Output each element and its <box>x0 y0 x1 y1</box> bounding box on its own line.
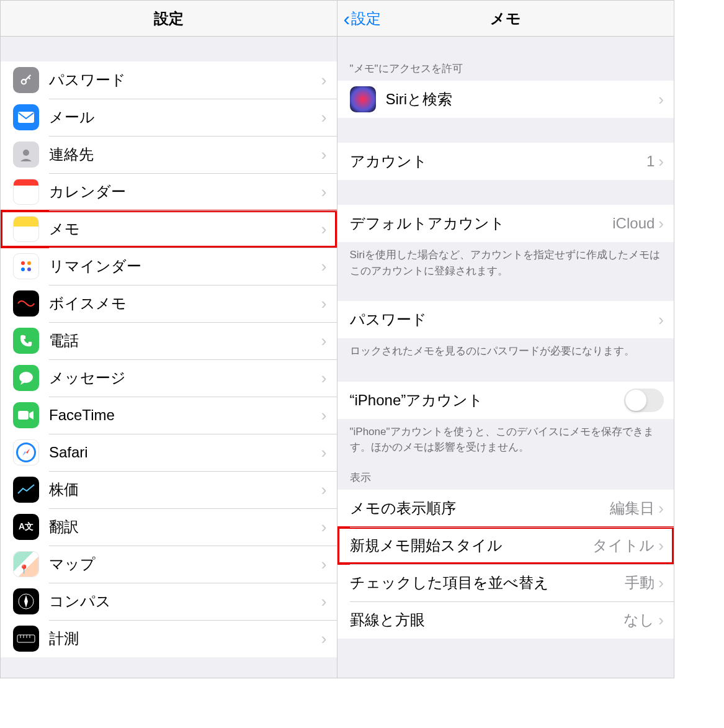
footer-iphone-account: "iPhone"アカウントを使うと、このデバイスにメモを保存できます。ほかのメモ… <box>337 419 674 461</box>
row-label: リマインダー <box>49 256 321 276</box>
chevron-right-icon: › <box>321 72 327 88</box>
chevron-left-icon: ‹ <box>344 9 351 29</box>
footer-default-account: Siriを使用した場合など、アカウントを指定せずに作成したメモはこのアカウントに… <box>337 242 674 284</box>
row-label: 電話 <box>49 331 321 351</box>
row-facetime[interactable]: FaceTime › <box>1 397 337 434</box>
row-label: コンパス <box>49 591 321 611</box>
row-passwords[interactable]: パスワード › <box>1 61 337 99</box>
row-label: パスワード <box>49 70 321 90</box>
row-label: 連絡先 <box>49 145 321 164</box>
key-icon <box>13 67 39 93</box>
chevron-right-icon: › <box>321 593 327 609</box>
svg-point-0 <box>22 79 26 84</box>
siri-icon <box>350 86 376 112</box>
translate-icon: A文 <box>13 514 39 540</box>
row-sort-order[interactable]: メモの表示順序 編集日 › <box>337 490 674 527</box>
row-siri-search[interactable]: Siriと検索 › <box>337 81 674 118</box>
chevron-right-icon: › <box>321 407 327 423</box>
row-accounts[interactable]: アカウント 1 › <box>337 143 674 180</box>
chevron-right-icon: › <box>321 146 327 163</box>
facetime-icon <box>13 402 39 428</box>
row-value: 手動 <box>625 573 655 593</box>
chevron-right-icon: › <box>658 215 664 231</box>
mail-icon <box>13 104 39 130</box>
chevron-right-icon: › <box>321 221 327 237</box>
row-reminders[interactable]: リマインダー › <box>1 248 337 285</box>
contacts-icon <box>13 142 39 168</box>
svg-rect-8 <box>17 635 35 642</box>
row-compass[interactable]: コンパス › <box>1 583 337 620</box>
row-label: パスワード <box>350 310 659 330</box>
back-button[interactable]: ‹ 設定 <box>344 9 382 29</box>
row-checked-items[interactable]: チェックした項目を並べ替え 手動 › <box>337 564 674 601</box>
row-stocks[interactable]: 株価 › <box>1 471 337 508</box>
row-label: カレンダー <box>49 182 321 202</box>
settings-title: 設定 <box>154 9 184 29</box>
messages-icon <box>13 365 39 391</box>
back-label: 設定 <box>351 9 381 29</box>
chevron-right-icon: › <box>658 612 664 628</box>
footer-password: ロックされたメモを見るのにパスワードが必要になります。 <box>337 338 674 364</box>
row-contacts[interactable]: 連絡先 › <box>1 136 337 173</box>
reminders-icon <box>13 253 39 279</box>
group-header-display: 表示 <box>337 461 674 490</box>
chevron-right-icon: › <box>658 312 664 328</box>
row-value: 編集日 <box>610 498 655 518</box>
row-label: Siriと検索 <box>386 89 659 109</box>
row-label: チェックした項目を並べ替え <box>350 573 625 593</box>
settings-header: 設定 <box>1 1 337 37</box>
chevron-right-icon: › <box>321 295 327 312</box>
chevron-right-icon: › <box>658 575 664 591</box>
row-new-note-style[interactable]: 新規メモ開始スタイル タイトル › <box>337 527 674 564</box>
row-value: iCloud <box>612 215 655 232</box>
row-label: FaceTime <box>49 407 321 424</box>
chevron-right-icon: › <box>321 482 327 498</box>
row-maps[interactable]: 📍 マップ › <box>1 546 337 583</box>
row-label: 新規メモ開始スタイル <box>350 536 593 555</box>
row-label: ボイスメモ <box>49 294 321 313</box>
svg-point-3 <box>19 372 33 383</box>
group-header-allow: "メモ"にアクセスを許可 <box>337 37 674 81</box>
row-notes[interactable]: メモ › <box>1 210 337 248</box>
row-label: 計測 <box>49 629 321 649</box>
row-translate[interactable]: A文 翻訳 › <box>1 508 337 546</box>
row-label: 株価 <box>49 480 321 500</box>
voicememo-icon <box>13 290 39 317</box>
row-calendar[interactable]: カレンダー › <box>1 173 337 210</box>
svg-rect-1 <box>18 112 34 123</box>
chevron-right-icon: › <box>321 333 327 349</box>
row-iphone-account[interactable]: “iPhone”アカウント <box>337 382 674 419</box>
chevron-right-icon: › <box>321 370 327 386</box>
row-password[interactable]: パスワード › <box>337 301 674 338</box>
chevron-right-icon: › <box>658 91 664 107</box>
calendar-icon <box>13 179 39 205</box>
chevron-right-icon: › <box>321 258 327 274</box>
row-label: メッセージ <box>49 368 321 388</box>
row-default-account[interactable]: デフォルトアカウント iCloud › <box>337 205 674 242</box>
chevron-right-icon: › <box>321 631 327 647</box>
row-label: アカウント <box>350 151 646 171</box>
notes-icon <box>13 216 39 242</box>
notes-title: メモ <box>490 9 521 29</box>
iphone-account-switch[interactable] <box>624 389 664 412</box>
row-safari[interactable]: Safari › <box>1 434 337 471</box>
measure-icon <box>13 626 39 652</box>
safari-icon <box>13 439 39 465</box>
row-mail[interactable]: メール › <box>1 99 337 136</box>
chevron-right-icon: › <box>658 500 664 516</box>
row-label: 罫線と方眼 <box>350 610 624 630</box>
chevron-right-icon: › <box>321 444 327 461</box>
chevron-right-icon: › <box>321 519 327 535</box>
chevron-right-icon: › <box>321 556 327 572</box>
chevron-right-icon: › <box>321 184 327 200</box>
row-measure[interactable]: 計測 › <box>1 620 337 657</box>
chevron-right-icon: › <box>658 153 664 169</box>
row-label: “iPhone”アカウント <box>350 390 625 410</box>
row-voicememo[interactable]: ボイスメモ › <box>1 285 337 322</box>
row-messages[interactable]: メッセージ › <box>1 359 337 397</box>
maps-icon: 📍 <box>13 551 39 577</box>
row-value: タイトル <box>592 536 655 555</box>
row-lines-grids[interactable]: 罫線と方眼 なし › <box>337 601 674 639</box>
compass-icon <box>13 588 39 614</box>
row-phone[interactable]: 電話 › <box>1 322 337 359</box>
